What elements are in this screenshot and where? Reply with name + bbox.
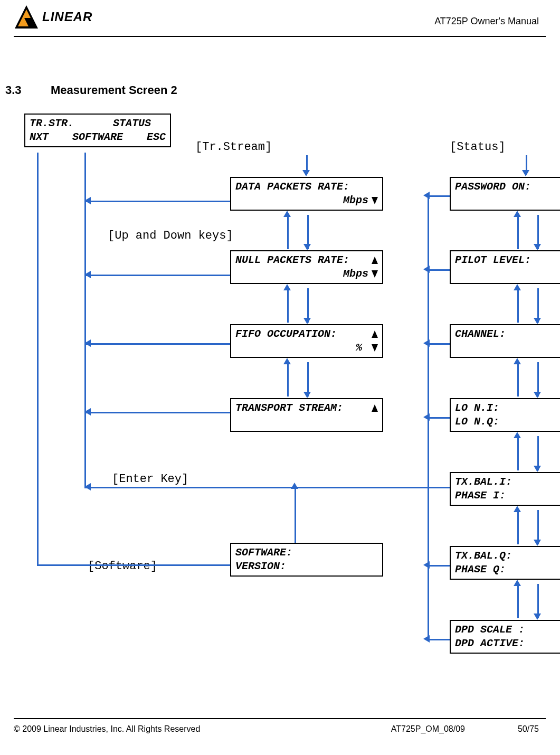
label-enter: [Enter Key] <box>112 473 188 486</box>
arrow-down-icon <box>534 318 541 324</box>
arrow-down-icon <box>522 170 529 176</box>
footer-page: 50/75 <box>518 724 539 734</box>
lo-nq-label: LO N.Q: <box>455 415 499 429</box>
arrow-up-icon <box>514 432 521 438</box>
connector <box>287 288 289 323</box>
box-dpd: DPD SCALE : DPD ACTIVE: <box>450 620 560 654</box>
txbal-q-label: TX.BAL.Q: <box>455 549 512 563</box>
connector <box>84 201 230 202</box>
connector <box>84 487 450 488</box>
arrow-left-icon <box>84 197 91 204</box>
connector <box>517 510 519 544</box>
connector <box>84 343 230 345</box>
box-transport-stream: TRANSPORT STREAM: <box>230 398 383 432</box>
connector <box>526 155 527 171</box>
arrow-left-icon <box>423 635 430 643</box>
phase-q-label: PHASE Q: <box>455 563 506 577</box>
data-packets-unit: Mbps <box>343 194 368 207</box>
arrow-down-icon <box>303 244 311 250</box>
triangle-down-icon <box>372 197 378 204</box>
arrow-down-icon <box>303 318 311 324</box>
dpd-scale-label: DPD SCALE : <box>455 623 525 637</box>
footer-doc-id: AT725P_OM_08/09 <box>391 724 465 734</box>
menu-status: STATUS <box>113 117 151 130</box>
connector <box>517 288 519 323</box>
label-status: [Status] <box>450 140 506 154</box>
dpd-active-label: DPD ACTIVE: <box>455 637 525 650</box>
label-software: [Software] <box>88 560 157 573</box>
password-label: PASSWORD ON: <box>455 180 531 194</box>
arrow-down-icon <box>534 244 541 250</box>
arrow-up-icon <box>514 284 521 290</box>
arrow-up-icon <box>291 483 298 489</box>
null-packets-label: NULL PACKETS RATE: <box>235 253 349 267</box>
connector <box>428 639 450 640</box>
phase-i-label: PHASE I: <box>455 489 506 503</box>
box-data-packets: DATA PACKETS RATE: Mbps <box>230 177 383 211</box>
connector <box>428 343 450 345</box>
header-rule <box>14 36 546 37</box>
connector <box>84 275 230 276</box>
connector <box>517 436 519 470</box>
box-pilot: PILOT LEVEL: <box>450 250 560 284</box>
label-tr-stream: [Tr.Stream] <box>195 140 272 154</box>
arrow-up-icon <box>514 580 521 586</box>
connector <box>37 564 230 566</box>
connector <box>428 269 450 271</box>
arrow-left-icon <box>423 192 430 199</box>
arrow-down-icon <box>302 170 310 176</box>
triangle-up-icon <box>372 404 378 412</box>
arrow-left-icon <box>84 339 91 347</box>
document-title: AT725P Owner's Manual <box>434 16 539 27</box>
version-label: VERSION: <box>235 560 286 573</box>
arrow-left-icon <box>423 561 430 569</box>
connector <box>517 584 519 618</box>
box-password: PASSWORD ON: <box>450 177 560 211</box>
pilot-label: PILOT LEVEL: <box>455 253 531 267</box>
ts-label: TRANSPORT STREAM: <box>235 401 343 415</box>
section-number: 3.3 <box>5 83 22 97</box>
connector <box>306 155 308 171</box>
arrow-down-icon <box>534 614 541 620</box>
lo-ni-label: LO N.I: <box>455 401 499 415</box>
connector <box>84 412 230 413</box>
channel-label: CHANNEL: <box>455 327 506 341</box>
connector <box>517 362 519 397</box>
connector <box>295 487 296 543</box>
box-fifo: FIFO OCCUPATION: % <box>230 324 383 358</box>
arrow-up-icon <box>283 358 291 364</box>
arrow-up-icon <box>283 211 291 217</box>
fifo-unit: % <box>356 341 362 355</box>
arrow-left-icon <box>84 483 91 490</box>
section-title: Measurement Screen 2 <box>51 83 177 97</box>
arrow-left-icon <box>423 266 430 273</box>
connector <box>428 195 450 197</box>
box-software-version: SOFTWARE: VERSION: <box>230 543 383 577</box>
triangle-up-icon <box>372 331 378 338</box>
connector <box>428 565 450 567</box>
box-null-packets: NULL PACKETS RATE: Mbps <box>230 250 383 284</box>
arrow-left-icon <box>423 339 430 347</box>
arrow-down-icon <box>534 466 541 472</box>
arrow-up-icon <box>514 506 521 512</box>
menu-software: SOFTWARE <box>72 130 123 144</box>
box-txbal-i: TX.BAL.I: PHASE I: <box>450 472 560 506</box>
arrow-down-icon <box>303 392 311 398</box>
linear-logo-icon <box>15 5 38 29</box>
triangle-down-icon <box>372 270 378 278</box>
arrow-down-icon <box>534 540 541 546</box>
triangle-down-icon <box>372 344 378 352</box>
box-channel: CHANNEL: <box>450 324 560 358</box>
label-updown: [Up and Down keys] <box>108 229 233 242</box>
brand-name: LINEAR <box>42 10 92 24</box>
menu-esc: ESC <box>147 130 166 144</box>
arrow-left-icon <box>84 271 91 278</box>
brand-logo: LINEAR <box>15 5 92 29</box>
connector <box>287 362 289 397</box>
fifo-label: FIFO OCCUPATION: <box>235 327 337 341</box>
triangle-up-icon <box>372 257 378 264</box>
footer-rule <box>14 718 546 719</box>
box-lo: LO N.I:mV LO N.Q:mV <box>450 398 560 432</box>
arrow-left-icon <box>423 413 430 421</box>
software-label: SOFTWARE: <box>235 546 292 560</box>
